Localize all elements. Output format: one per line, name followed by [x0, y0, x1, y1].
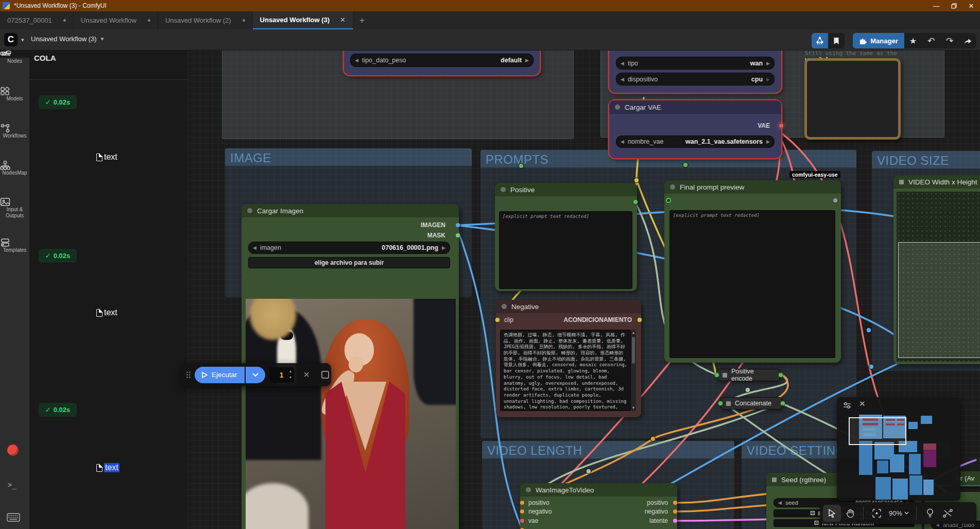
minimap-viewport[interactable] — [849, 417, 906, 445]
output-port-latente[interactable] — [673, 518, 678, 523]
positive-prompt-textarea[interactable]: [explicit prompt text redacted] — [499, 211, 632, 289]
widget-imagen[interactable]: ◀ imagen 070616_00001.png ▶ — [248, 242, 450, 254]
widget-next-arrow-icon[interactable]: ▶ — [525, 58, 529, 63]
collapse-dot-icon[interactable] — [247, 208, 252, 213]
workflow-name-menu[interactable]: Unsaved Workflow (3) ▾ — [31, 35, 104, 43]
widget-next-arrow-icon[interactable]: ▶ — [766, 61, 770, 66]
scroll-down-icon[interactable]: ▼ — [631, 405, 636, 411]
positive-encode-out-port[interactable] — [778, 372, 783, 378]
queue-run-output[interactable]: text — [96, 152, 117, 162]
node-cargar-vae-header[interactable]: Cargar VAE — [609, 100, 781, 114]
favorites-button[interactable]: ★ — [904, 33, 922, 48]
widget-prev-arrow-icon[interactable]: ◀ — [621, 77, 624, 82]
output-port-text[interactable] — [833, 198, 838, 203]
size-selection-rect[interactable] — [898, 242, 980, 358]
comfyui-logo[interactable]: C — [4, 33, 18, 46]
undo-button[interactable]: ↶ — [922, 33, 940, 48]
positive-encode-in-port[interactable] — [714, 372, 719, 378]
output-port-mask[interactable] — [455, 233, 460, 238]
concatenate-in-port[interactable] — [718, 401, 723, 406]
size-canvas[interactable] — [897, 192, 980, 362]
window-titlebar[interactable]: *Unsaved Workflow (3) - ComfyUI — ✕ — [0, 0, 980, 11]
tab-workflow-3[interactable]: Unsaved Workflow (3)✕ — [253, 11, 353, 29]
output-port-acondicionamiento[interactable] — [637, 317, 642, 322]
node-video-width-height-header[interactable]: VIDEO Width x Height — [893, 175, 980, 189]
node-cargar-imagen-header[interactable]: Cargar Imagen — [242, 204, 459, 217]
redo-button[interactable]: ↷ — [940, 33, 959, 48]
widget-tipo[interactable]: ◀ tipo wan ▶ — [616, 57, 775, 70]
run-options-button[interactable] — [246, 367, 265, 383]
tab-workflow-2[interactable]: Unsaved Workflow (2) — [158, 11, 253, 29]
node-final-prompt-preview[interactable]: Final prompt preview [explicit prompt te… — [664, 180, 841, 363]
tab-workflow-0[interactable]: 072537_00001 — [0, 11, 74, 29]
canvas-toolbar[interactable]: 90% — [820, 502, 976, 524]
widget-tipo-dato-peso[interactable]: ◀ tipo_dato_peso default ▶ — [350, 54, 534, 67]
node-final-prompt-preview-header[interactable]: Final prompt preview — [664, 180, 841, 194]
maximize-button[interactable] — [945, 0, 962, 11]
widget-prev-arrow-icon[interactable]: ◀ — [355, 58, 358, 63]
fit-view-button[interactable] — [868, 505, 886, 522]
sidebar-item-templates[interactable]: Templates — [0, 238, 29, 253]
terminal-icon[interactable]: >_ — [8, 481, 16, 489]
execute-bar[interactable]: Ejecutar 1 ▲▼ ✕ — [181, 363, 331, 386]
input-port-negativo[interactable] — [520, 509, 525, 514]
queue-run-output[interactable]: text — [96, 463, 119, 472]
node-positive[interactable]: Positive [explicit prompt text redacted] — [495, 183, 637, 291]
widget-prev-arrow-icon[interactable]: ◀ — [621, 139, 624, 144]
widget-prev-arrow-icon[interactable]: ◀ — [253, 245, 256, 250]
keyboard-shortcuts-icon[interactable] — [7, 513, 20, 524]
output-port-positivo[interactable] — [673, 500, 678, 505]
widget-nombre-vae[interactable]: ◀ nombre_vae wan_2.1_vae.safetensors ▶ — [616, 135, 775, 148]
upload-image-button[interactable]: elige archivo para subir — [248, 257, 450, 268]
node-concatenate[interactable]: Concatenate — [720, 397, 782, 409]
input-port-vae[interactable] — [520, 518, 525, 523]
stop-button[interactable] — [321, 371, 329, 379]
input-port-text[interactable] — [666, 198, 671, 203]
output-port-imagen[interactable] — [455, 223, 460, 228]
collapse-square-icon[interactable] — [726, 401, 731, 406]
close-tab-icon[interactable]: ✕ — [340, 16, 346, 24]
collapse-dot-icon[interactable] — [615, 105, 620, 110]
toggle-links-button[interactable] — [939, 505, 957, 522]
bookmark-button[interactable] — [828, 33, 845, 48]
count-stepper[interactable]: ▲▼ — [289, 368, 293, 381]
widget-next-arrow-icon[interactable]: ▶ — [442, 245, 445, 250]
widget-dispositivo[interactable]: ◀ dispositivo cpu ▶ — [616, 73, 775, 86]
pan-tool-button[interactable] — [841, 505, 859, 522]
collapse-dot-icon[interactable] — [501, 187, 506, 192]
share-button[interactable] — [959, 33, 976, 48]
node-positive-header[interactable]: Positive — [495, 183, 637, 196]
tab-workflow-1[interactable]: Unsaved Workflow — [74, 11, 158, 29]
node-wan-image-to-video[interactable]: WanImageToVideo positivo negativo vae po… — [520, 483, 677, 529]
toggle-theme-button[interactable] — [921, 505, 939, 522]
sidebar-item-inputs-outputs[interactable]: Input & Outputs — [0, 197, 29, 219]
node-cargar-vae[interactable]: Cargar VAE VAE ◀ nombre_vae wan_2.1_vae.… — [609, 100, 781, 158]
widget-prev-arrow-icon[interactable]: ◀ — [621, 61, 624, 66]
negative-prompt-textarea[interactable]: 色调艳丽, 过曝, 静态, 细节模糊不清, 字幕, 风格, 作品, 画作, 画面… — [500, 330, 631, 411]
run-button[interactable]: Ejecutar — [195, 367, 245, 383]
minimap-settings-icon[interactable] — [843, 402, 851, 409]
collapse-dot-icon[interactable] — [670, 184, 675, 190]
node-note[interactable] — [804, 58, 901, 140]
collapse-square-icon[interactable] — [772, 477, 777, 482]
input-port-positivo[interactable] — [520, 500, 525, 505]
workflow-templates-button[interactable] — [812, 33, 828, 48]
batch-count-input[interactable]: 1 ▲▼ — [269, 367, 294, 383]
queue-run-duration-badge[interactable]: ✓0.02s — [39, 403, 77, 417]
queue-run-output[interactable]: text — [96, 308, 117, 317]
output-port-positive[interactable] — [633, 199, 638, 204]
input-port-clip[interactable] — [495, 317, 500, 322]
scroll-up-icon[interactable]: ▲ — [631, 330, 636, 336]
widget-next-arrow-icon[interactable]: ▶ — [766, 139, 770, 144]
cancel-run-button[interactable]: ✕ — [303, 370, 310, 380]
logo-menu-chevron-icon[interactable]: ▾ — [21, 37, 24, 43]
queue-run-duration-badge[interactable]: ✓0.02s — [39, 95, 77, 109]
node-positive-encode[interactable]: Positive encode — [717, 369, 780, 381]
collapse-dot-icon[interactable] — [526, 487, 531, 492]
scroll-thumb[interactable] — [632, 337, 635, 364]
output-port-negativo[interactable] — [673, 509, 678, 514]
node-loader[interactable]: ◀ tipo wan ▶ ◀ dispositivo cpu ▶ — [609, 43, 781, 93]
textarea-scrollbar[interactable]: ▲ ▼ — [631, 330, 636, 411]
collapse-dot-icon[interactable] — [502, 304, 507, 309]
collapse-square-icon[interactable] — [723, 373, 727, 378]
